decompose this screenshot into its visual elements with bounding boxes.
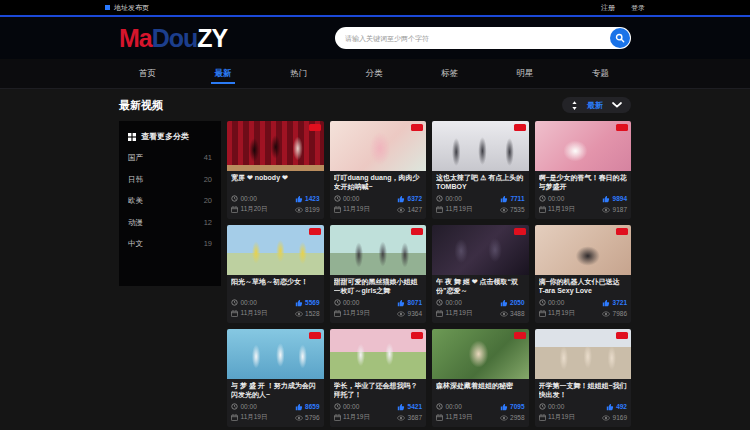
video-thumbnail[interactable] [432,329,529,379]
duration-stat: 00:00 [334,195,360,202]
video-title[interactable]: 与 梦 盛 开 ！努力成为会闪闪发光的人~ [231,382,320,400]
corner-badge-icon [514,228,526,235]
video-thumbnail[interactable] [330,121,427,171]
calendar-icon [334,414,341,421]
video-thumbnail[interactable] [535,329,632,379]
search-icon [615,33,625,43]
eye-icon [295,311,303,317]
date-stat: 11月19日 [436,413,472,422]
video-title[interactable]: 滴~你的机器人女仆已送达 T-ara Sexy Love [539,278,628,296]
video-views: 1528 [305,310,319,317]
search-button[interactable] [610,28,630,48]
calendar-icon [231,414,238,421]
video-title[interactable]: 学长，毕业了还会想我吗？拜托了！ [334,382,423,400]
video-duration: 00:00 [548,195,564,202]
video-likes: 492 [616,403,627,410]
video-thumbnail[interactable] [330,329,427,379]
register-link[interactable]: 注册 [601,3,615,13]
video-views: 7986 [613,310,627,317]
nav-item[interactable]: 标签 [441,59,458,88]
date-stat: 11月19日 [436,309,472,318]
video-thumbnail[interactable] [535,225,632,275]
video-card[interactable]: 宽屏 ❤ nobody ❤ 00:00 1423 [227,121,324,219]
video-views: 8199 [305,206,319,213]
category-count: 12 [204,218,212,228]
video-card[interactable]: 甜甜可爱的黑丝猫娘小姐姐一枚叮～girls之舞 00:00 8071 [330,225,427,323]
category-label: 欧美 [128,196,143,206]
video-duration: 00:00 [343,403,359,410]
address-page-link[interactable]: 地址发布页 [105,3,149,13]
video-card[interactable]: 啊~是少女的香气！春日的花与梦盛开 00:00 9894 [535,121,632,219]
category-item[interactable]: 日韩 20 [128,175,212,185]
calendar-icon [436,310,443,317]
category-item[interactable]: 国产 41 [128,153,212,163]
video-card-body: 阳光～草地～初恋少女！ 00:00 5569 [227,275,324,323]
corner-badge-icon [514,124,526,131]
video-card[interactable]: 与 梦 盛 开 ！努力成为会闪闪发光的人~ 00:00 8659 [227,329,324,427]
topbar-inner: 地址发布页 注册 登录 [105,3,645,13]
video-card[interactable]: 开学第一支舞！姐姐姐~我们快出发！ 00:00 492 [535,329,632,427]
video-card[interactable]: 森林深处藏着姐姐的秘密 00:00 7095 [432,329,529,427]
search-input[interactable] [345,35,607,42]
video-card[interactable]: 叮叮duang duang，肉肉少女开始呐喊~ 00:00 6372 [330,121,427,219]
duration-stat: 00:00 [539,403,565,410]
video-card-body: 开学第一支舞！姐姐姐~我们快出发！ 00:00 492 [535,379,632,427]
category-sidebar: 查看更多分类 国产 41 日韩 20 欧美 20 [119,121,221,286]
login-link[interactable]: 登录 [631,3,645,13]
video-stat-row-2: 11月19日 1528 [231,309,320,318]
video-duration: 00:00 [548,403,564,410]
likes-stat: 8071 [397,299,422,307]
duration-stat: 00:00 [436,403,462,410]
video-thumbnail[interactable] [227,121,324,171]
video-thumbnail[interactable] [330,225,427,275]
eye-icon [295,207,303,213]
sidebar-title[interactable]: 查看更多分类 [128,131,212,142]
clock-icon [539,299,546,306]
video-thumbnail[interactable] [227,225,324,275]
video-title[interactable]: 甜甜可爱的黑丝猫娘小姐姐一枚叮～girls之舞 [334,278,423,296]
duration-stat: 00:00 [539,195,565,202]
video-title[interactable]: 啊~是少女的香气！春日的花与梦盛开 [539,174,628,192]
video-thumbnail[interactable] [535,121,632,171]
category-item[interactable]: 中文 19 [128,239,212,249]
category-item[interactable]: 欧美 20 [128,196,212,206]
video-title[interactable]: 叮叮duang duang，肉肉少女开始呐喊~ [334,174,423,192]
video-date: 11月19日 [343,413,370,422]
nav-item[interactable]: 首页 [139,59,156,88]
video-card-body: 滴~你的机器人女仆已送达 T-ara Sexy Love 00:00 3721 [535,275,632,323]
duration-stat: 00:00 [334,299,360,306]
video-title[interactable]: 森林深处藏着姐姐的秘密 [436,382,525,400]
nav-item[interactable]: 明星 [517,59,534,88]
video-card[interactable]: 午 夜 舞 姬 ❤ 点击领取“双份”恋爱～ 00:00 2050 [432,225,529,323]
video-card[interactable]: 这也太辣了吧 ⚠ 有点上头的TOMBOY 00:00 7711 [432,121,529,219]
video-thumbnail[interactable] [227,329,324,379]
nav-item[interactable]: 最新 [215,59,232,88]
video-likes: 9894 [613,195,627,202]
video-title[interactable]: 这也太辣了吧 ⚠ 有点上头的TOMBOY [436,174,525,192]
video-thumbnail[interactable] [432,121,529,171]
grid-icon [128,133,136,141]
video-thumbnail[interactable] [432,225,529,275]
thumbs-up-icon [295,403,303,411]
nav-item[interactable]: 专题 [592,59,609,88]
video-views: 9169 [613,414,627,421]
video-card-body: 森林深处藏着姐姐的秘密 00:00 7095 [432,379,529,427]
likes-stat: 3721 [602,299,627,307]
site-logo[interactable]: MaDouZY [119,26,227,51]
video-title[interactable]: 宽屏 ❤ nobody ❤ [231,174,320,192]
nav-item[interactable]: 分类 [366,59,383,88]
likes-stat: 6372 [397,195,422,203]
category-item[interactable]: 动漫 12 [128,218,212,228]
nav-item[interactable]: 热门 [290,59,307,88]
duration-stat: 00:00 [539,299,565,306]
video-title[interactable]: 阳光～草地～初恋少女！ [231,278,320,296]
video-title[interactable]: 开学第一支舞！姐姐姐~我们快出发！ [539,382,628,400]
video-card[interactable]: 学长，毕业了还会想我吗？拜托了！ 00:00 5421 [330,329,427,427]
video-card[interactable]: 阳光～草地～初恋少女！ 00:00 5569 [227,225,324,323]
video-stat-row-1: 00:00 7711 [436,195,525,203]
sort-dropdown[interactable]: 最新 [562,97,631,113]
corner-badge-icon [309,228,321,235]
video-stat-row-2: 11月19日 9364 [334,309,423,318]
video-title[interactable]: 午 夜 舞 姬 ❤ 点击领取“双份”恋爱～ [436,278,525,296]
video-card[interactable]: 滴~你的机器人女仆已送达 T-ara Sexy Love 00:00 3721 [535,225,632,323]
